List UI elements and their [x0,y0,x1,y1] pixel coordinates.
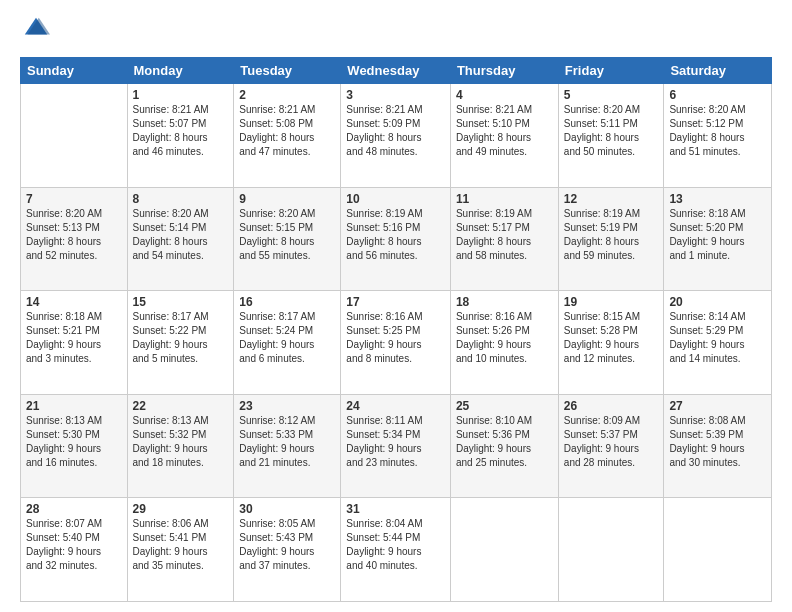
day-number: 12 [564,192,659,206]
day-cell: 5Sunrise: 8:20 AMSunset: 5:11 PMDaylight… [558,84,664,188]
day-info: Sunrise: 8:12 AMSunset: 5:33 PMDaylight:… [239,414,335,470]
day-cell: 19Sunrise: 8:15 AMSunset: 5:28 PMDayligh… [558,291,664,395]
week-row-2: 14Sunrise: 8:18 AMSunset: 5:21 PMDayligh… [21,291,772,395]
day-number: 20 [669,295,766,309]
day-cell: 7Sunrise: 8:20 AMSunset: 5:13 PMDaylight… [21,187,128,291]
day-info: Sunrise: 8:13 AMSunset: 5:32 PMDaylight:… [133,414,229,470]
day-info: Sunrise: 8:18 AMSunset: 5:20 PMDaylight:… [669,207,766,263]
day-number: 25 [456,399,553,413]
weekday-header-thursday: Thursday [450,58,558,84]
day-number: 27 [669,399,766,413]
day-info: Sunrise: 8:16 AMSunset: 5:25 PMDaylight:… [346,310,445,366]
weekday-header-sunday: Sunday [21,58,128,84]
day-cell: 20Sunrise: 8:14 AMSunset: 5:29 PMDayligh… [664,291,772,395]
day-number: 21 [26,399,122,413]
day-number: 29 [133,502,229,516]
day-number: 2 [239,88,335,102]
day-info: Sunrise: 8:10 AMSunset: 5:36 PMDaylight:… [456,414,553,470]
day-info: Sunrise: 8:21 AMSunset: 5:07 PMDaylight:… [133,103,229,159]
day-info: Sunrise: 8:21 AMSunset: 5:09 PMDaylight:… [346,103,445,159]
day-cell: 2Sunrise: 8:21 AMSunset: 5:08 PMDaylight… [234,84,341,188]
weekday-header-monday: Monday [127,58,234,84]
day-cell: 4Sunrise: 8:21 AMSunset: 5:10 PMDaylight… [450,84,558,188]
day-info: Sunrise: 8:06 AMSunset: 5:41 PMDaylight:… [133,517,229,573]
day-number: 10 [346,192,445,206]
day-info: Sunrise: 8:07 AMSunset: 5:40 PMDaylight:… [26,517,122,573]
page: SundayMondayTuesdayWednesdayThursdayFrid… [0,0,792,612]
day-number: 1 [133,88,229,102]
day-cell: 16Sunrise: 8:17 AMSunset: 5:24 PMDayligh… [234,291,341,395]
day-cell: 28Sunrise: 8:07 AMSunset: 5:40 PMDayligh… [21,498,128,602]
week-row-0: 1Sunrise: 8:21 AMSunset: 5:07 PMDaylight… [21,84,772,188]
day-info: Sunrise: 8:14 AMSunset: 5:29 PMDaylight:… [669,310,766,366]
day-number: 18 [456,295,553,309]
day-cell: 18Sunrise: 8:16 AMSunset: 5:26 PMDayligh… [450,291,558,395]
weekday-header-wednesday: Wednesday [341,58,451,84]
day-cell: 21Sunrise: 8:13 AMSunset: 5:30 PMDayligh… [21,394,128,498]
day-number: 11 [456,192,553,206]
day-number: 19 [564,295,659,309]
day-cell: 9Sunrise: 8:20 AMSunset: 5:15 PMDaylight… [234,187,341,291]
day-info: Sunrise: 8:17 AMSunset: 5:24 PMDaylight:… [239,310,335,366]
day-cell: 11Sunrise: 8:19 AMSunset: 5:17 PMDayligh… [450,187,558,291]
day-number: 31 [346,502,445,516]
weekday-header-row: SundayMondayTuesdayWednesdayThursdayFrid… [21,58,772,84]
weekday-header-tuesday: Tuesday [234,58,341,84]
day-cell [450,498,558,602]
day-cell: 26Sunrise: 8:09 AMSunset: 5:37 PMDayligh… [558,394,664,498]
day-info: Sunrise: 8:18 AMSunset: 5:21 PMDaylight:… [26,310,122,366]
day-cell: 24Sunrise: 8:11 AMSunset: 5:34 PMDayligh… [341,394,451,498]
day-cell: 30Sunrise: 8:05 AMSunset: 5:43 PMDayligh… [234,498,341,602]
day-cell [558,498,664,602]
day-number: 17 [346,295,445,309]
day-cell: 12Sunrise: 8:19 AMSunset: 5:19 PMDayligh… [558,187,664,291]
day-number: 13 [669,192,766,206]
weekday-header-friday: Friday [558,58,664,84]
day-number: 9 [239,192,335,206]
day-info: Sunrise: 8:09 AMSunset: 5:37 PMDaylight:… [564,414,659,470]
day-cell: 8Sunrise: 8:20 AMSunset: 5:14 PMDaylight… [127,187,234,291]
day-number: 30 [239,502,335,516]
day-info: Sunrise: 8:04 AMSunset: 5:44 PMDaylight:… [346,517,445,573]
day-cell [664,498,772,602]
day-info: Sunrise: 8:11 AMSunset: 5:34 PMDaylight:… [346,414,445,470]
day-number: 22 [133,399,229,413]
day-info: Sunrise: 8:13 AMSunset: 5:30 PMDaylight:… [26,414,122,470]
day-number: 3 [346,88,445,102]
day-info: Sunrise: 8:20 AMSunset: 5:11 PMDaylight:… [564,103,659,159]
weekday-header-saturday: Saturday [664,58,772,84]
day-cell: 27Sunrise: 8:08 AMSunset: 5:39 PMDayligh… [664,394,772,498]
header [20,15,772,47]
day-cell: 17Sunrise: 8:16 AMSunset: 5:25 PMDayligh… [341,291,451,395]
day-number: 26 [564,399,659,413]
week-row-4: 28Sunrise: 8:07 AMSunset: 5:40 PMDayligh… [21,498,772,602]
day-info: Sunrise: 8:21 AMSunset: 5:08 PMDaylight:… [239,103,335,159]
day-info: Sunrise: 8:19 AMSunset: 5:17 PMDaylight:… [456,207,553,263]
day-cell: 3Sunrise: 8:21 AMSunset: 5:09 PMDaylight… [341,84,451,188]
day-cell [21,84,128,188]
week-row-3: 21Sunrise: 8:13 AMSunset: 5:30 PMDayligh… [21,394,772,498]
day-info: Sunrise: 8:05 AMSunset: 5:43 PMDaylight:… [239,517,335,573]
day-info: Sunrise: 8:20 AMSunset: 5:13 PMDaylight:… [26,207,122,263]
day-info: Sunrise: 8:20 AMSunset: 5:12 PMDaylight:… [669,103,766,159]
day-number: 6 [669,88,766,102]
day-cell: 31Sunrise: 8:04 AMSunset: 5:44 PMDayligh… [341,498,451,602]
day-cell: 6Sunrise: 8:20 AMSunset: 5:12 PMDaylight… [664,84,772,188]
day-info: Sunrise: 8:19 AMSunset: 5:16 PMDaylight:… [346,207,445,263]
day-number: 15 [133,295,229,309]
day-info: Sunrise: 8:17 AMSunset: 5:22 PMDaylight:… [133,310,229,366]
calendar-table: SundayMondayTuesdayWednesdayThursdayFrid… [20,57,772,602]
day-info: Sunrise: 8:20 AMSunset: 5:14 PMDaylight:… [133,207,229,263]
day-cell: 1Sunrise: 8:21 AMSunset: 5:07 PMDaylight… [127,84,234,188]
day-number: 14 [26,295,122,309]
day-number: 7 [26,192,122,206]
day-cell: 14Sunrise: 8:18 AMSunset: 5:21 PMDayligh… [21,291,128,395]
day-number: 8 [133,192,229,206]
day-cell: 13Sunrise: 8:18 AMSunset: 5:20 PMDayligh… [664,187,772,291]
day-info: Sunrise: 8:08 AMSunset: 5:39 PMDaylight:… [669,414,766,470]
logo-icon [22,15,50,43]
day-info: Sunrise: 8:19 AMSunset: 5:19 PMDaylight:… [564,207,659,263]
day-cell: 29Sunrise: 8:06 AMSunset: 5:41 PMDayligh… [127,498,234,602]
day-number: 28 [26,502,122,516]
day-number: 24 [346,399,445,413]
